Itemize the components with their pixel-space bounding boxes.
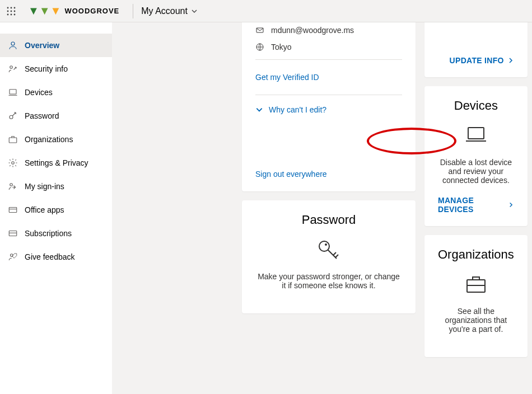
sidebar-item-label: Office apps (25, 205, 64, 214)
sidebar-item-password[interactable]: Password (0, 104, 112, 128)
organizations-card: Organizations See all the organizations … (424, 235, 528, 357)
briefcase-large-icon (463, 271, 489, 298)
spacer (121, 22, 233, 385)
svg-point-14 (12, 162, 15, 165)
signin-icon (8, 181, 18, 191)
sidebar-item-my-signins[interactable]: My sign-ins (0, 175, 112, 198)
brand-logo[interactable]: ▼▼▼ WOODGROVE (22, 0, 125, 22)
location-row: Tokyo (255, 43, 402, 51)
sidebar-item-label: Security info (25, 64, 68, 73)
svg-rect-16 (9, 208, 17, 213)
svg-point-10 (10, 66, 13, 69)
laptop-icon (8, 87, 18, 97)
svg-point-9 (11, 42, 15, 45)
manage-devices-link[interactable]: MANAGE DEVICES (438, 196, 514, 214)
key-icon (8, 111, 18, 121)
chevron-down-icon (255, 106, 263, 114)
divider (133, 4, 133, 18)
sidebar-item-label: Give feedback (25, 252, 75, 261)
why-cant-edit-text: Why can't I edit? (269, 105, 326, 114)
chevron-right-icon (508, 201, 514, 208)
key-person-icon (8, 64, 18, 74)
sidebar-item-feedback[interactable]: Give feedback (0, 245, 112, 269)
divider (255, 95, 402, 95)
sidebar-nav: Overview Security info Devices Password … (0, 22, 112, 394)
sidebar-item-label: Password (25, 111, 59, 120)
sidebar-item-label: Subscriptions (25, 229, 72, 238)
manage-devices-text: MANAGE DEVICES (438, 196, 505, 214)
sidebar-item-office-apps[interactable]: Office apps (0, 198, 112, 222)
svg-point-8 (14, 13, 16, 15)
why-cant-edit-link[interactable]: Why can't I edit? (255, 105, 402, 114)
sidebar-item-label: My sign-ins (25, 182, 64, 191)
sidebar-item-security-info[interactable]: Security info (0, 57, 112, 81)
sign-out-everywhere-link[interactable]: Sign out everywhere (255, 170, 327, 179)
svg-rect-13 (9, 138, 17, 143)
person-icon (8, 40, 18, 50)
svg-point-22 (325, 243, 327, 246)
briefcase-icon (8, 134, 18, 144)
security-info-card-partial: UPDATE INFO (424, 22, 528, 77)
update-info-text: UPDATE INFO (450, 56, 504, 65)
organizations-card-title: Organizations (438, 247, 514, 262)
chevron-right-icon (507, 57, 514, 64)
svg-point-7 (11, 13, 12, 15)
svg-point-4 (11, 10, 12, 12)
svg-rect-17 (9, 231, 17, 236)
sidebar-item-organizations[interactable]: Organizations (0, 128, 112, 151)
update-info-link[interactable]: UPDATE INFO (450, 56, 514, 65)
password-card-title: Password (255, 213, 402, 227)
page-title-text: My Account (141, 6, 188, 16)
page-title-dropdown[interactable]: My Account (141, 6, 198, 16)
gear-icon (8, 158, 18, 168)
card-icon (8, 228, 18, 238)
apps-icon (8, 205, 18, 215)
laptop-large-icon (463, 122, 489, 149)
main-content: mdunn@woodgrove.ms Tokyo Get my Verified… (112, 22, 532, 394)
organizations-card-desc: See all the organizations that you're a … (438, 307, 514, 334)
svg-rect-19 (256, 28, 263, 32)
location-text: Tokyo (271, 43, 292, 51)
chevron-down-icon (191, 8, 198, 15)
email-row: mdunn@woodgrove.ms (255, 26, 402, 35)
key-large-icon (315, 236, 342, 263)
app-launcher[interactable] (0, 0, 22, 22)
divider (255, 59, 402, 60)
get-verified-id-link[interactable]: Get my Verified ID (255, 73, 319, 82)
sidebar-item-label: Devices (25, 88, 53, 97)
svg-point-0 (7, 7, 9, 8)
svg-point-6 (7, 13, 9, 15)
devices-card: Devices Disable a lost device and review… (424, 86, 528, 226)
waffle-icon (7, 7, 16, 16)
feedback-icon (8, 252, 18, 262)
password-card-desc: Make your password stronger, or change i… (255, 272, 402, 290)
app-header: ▼▼▼ WOODGROVE My Account (0, 0, 532, 22)
password-card: Password Make your password stronger, or… (242, 200, 416, 313)
sidebar-item-label: Overview (25, 41, 59, 50)
sidebar-item-label: Settings & Privacy (25, 158, 88, 167)
globe-icon (255, 43, 264, 51)
sidebar-item-label: Organizations (25, 135, 73, 144)
brand-text: WOODGROVE (64, 7, 119, 15)
svg-point-12 (10, 115, 13, 119)
svg-point-5 (14, 10, 16, 12)
svg-point-18 (11, 254, 13, 257)
sidebar-item-devices[interactable]: Devices (0, 81, 112, 104)
mail-icon (255, 26, 264, 35)
svg-rect-23 (468, 128, 484, 139)
email-text: mdunn@woodgrove.ms (271, 26, 354, 35)
sidebar-item-settings-privacy[interactable]: Settings & Privacy (0, 151, 112, 175)
devices-card-desc: Disable a lost device and review your co… (438, 158, 514, 185)
svg-point-15 (10, 184, 13, 186)
svg-point-2 (14, 7, 16, 8)
profile-card: mdunn@woodgrove.ms Tokyo Get my Verified… (242, 22, 416, 191)
logo-mark-icon: ▼▼▼ (28, 4, 61, 17)
sidebar-item-overview[interactable]: Overview (0, 34, 112, 57)
svg-point-3 (7, 10, 9, 12)
sidebar-item-subscriptions[interactable]: Subscriptions (0, 222, 112, 245)
svg-point-1 (11, 7, 12, 8)
devices-card-title: Devices (438, 98, 514, 113)
svg-rect-11 (10, 90, 16, 94)
